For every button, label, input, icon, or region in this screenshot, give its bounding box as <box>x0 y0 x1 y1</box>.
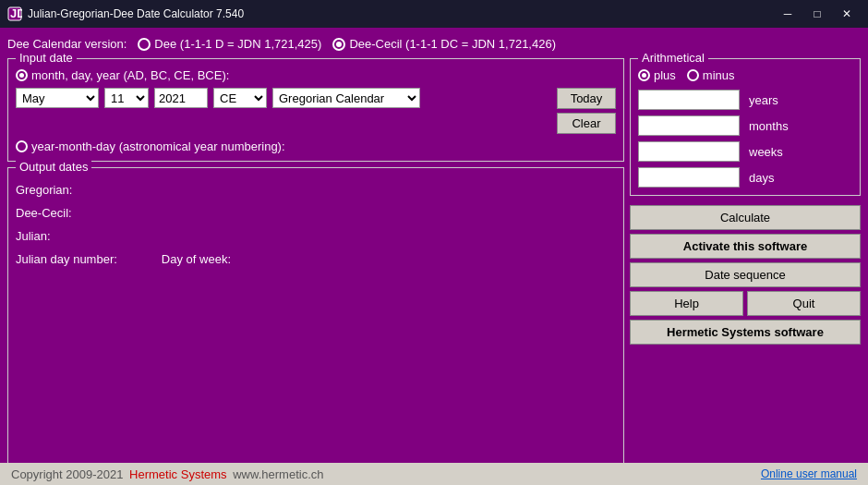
arith-header: plus minus <box>638 68 852 82</box>
days-input[interactable] <box>638 167 740 188</box>
jdn-group: Julian day number: <box>16 252 125 266</box>
weeks-input[interactable] <box>638 141 740 162</box>
left-col: Input date month, day, year (AD, BC, CE,… <box>7 58 624 478</box>
calculate-button[interactable]: Calculate <box>630 205 861 230</box>
years-label: years <box>749 93 852 107</box>
arith-panel-label: Arithmetical <box>638 51 708 65</box>
app-wrapper: JD Julian-Gregorian-Dee Date Calculator … <box>0 0 868 485</box>
calendar-select[interactable]: Gregorian Calendar Julian Calendar Dee C… <box>272 88 420 108</box>
help-quit-row: Help Quit <box>630 291 861 316</box>
dee-option2[interactable]: Dee-Cecil (1-1-1 DC = JDN 1,721,426) <box>332 37 556 51</box>
jdn-label: Julian day number: <box>16 252 117 266</box>
plus-radio[interactable] <box>638 69 650 81</box>
app-icon: JD <box>7 6 22 21</box>
dee-option2-label: Dee-Cecil (1-1-1 DC = JDN 1,721,426) <box>349 37 556 51</box>
arith-grid: years months weeks days <box>638 90 852 188</box>
month-select[interactable]: May JanuaryFebruaryMarchApril JuneJulyAu… <box>16 88 99 108</box>
ymd-label: year-month-day (astronomical year number… <box>31 139 285 153</box>
dee-radio2[interactable] <box>332 38 345 51</box>
month-day-year-row: month, day, year (AD, BC, CE, BCE): <box>16 68 616 82</box>
plus-option[interactable]: plus <box>638 68 676 82</box>
era-select[interactable]: CEADBCBCE <box>213 88 267 108</box>
months-label: months <box>749 119 852 133</box>
footer: Copyright 2009-2021 Hermetic Systems www… <box>0 463 868 485</box>
close-button[interactable]: ✕ <box>833 5 861 23</box>
dow-label: Day of week: <box>162 252 231 266</box>
content-row: Input date month, day, year (AD, BC, CE,… <box>7 58 861 478</box>
gregorian-row: Gregorian: <box>16 183 616 197</box>
ymd-radio-option[interactable]: year-month-day (astronomical year number… <box>16 139 285 153</box>
dee-cecil-row: Dee-Cecil: <box>16 206 616 220</box>
date-inputs-row: May JanuaryFebruaryMarchApril JuneJulyAu… <box>16 88 616 134</box>
year-input[interactable] <box>154 88 208 108</box>
dee-calendar-label: Dee Calendar version: <box>7 37 127 51</box>
julian-row: Julian: <box>16 229 616 243</box>
titlebar: JD Julian-Gregorian-Dee Date Calculator … <box>0 0 868 28</box>
output-dates-panel: Output dates Gregorian: Dee-Cecil: Julia… <box>7 167 624 478</box>
manual-link[interactable]: Online user manual <box>761 467 857 480</box>
weeks-label: weeks <box>749 145 852 159</box>
mdy-label: month, day, year (AD, BC, CE, BCE): <box>31 68 229 82</box>
minus-option[interactable]: minus <box>687 68 735 82</box>
website-text: www.hermetic.ch <box>233 467 323 481</box>
days-label: days <box>749 171 852 185</box>
output-dates-panel-label: Output dates <box>16 160 91 174</box>
dee-calendar-row: Dee Calendar version: Dee (1-1-1 D = JDN… <box>7 35 861 53</box>
quit-button[interactable]: Quit <box>747 291 861 316</box>
mdy-radio-option[interactable]: month, day, year (AD, BC, CE, BCE): <box>16 68 229 82</box>
minus-radio[interactable] <box>687 69 699 81</box>
dee-cecil-label: Dee-Cecil: <box>16 206 72 220</box>
right-col: Arithmetical plus minus <box>630 58 861 478</box>
dee-radio1[interactable] <box>138 38 151 51</box>
years-input[interactable] <box>638 90 740 110</box>
minimize-button[interactable]: ─ <box>774 5 802 23</box>
window-title: Julian-Gregorian-Dee Date Calculator 7.5… <box>28 7 774 20</box>
window-controls: ─ □ ✕ <box>774 5 861 23</box>
gregorian-label: Gregorian: <box>16 183 72 197</box>
minus-label: minus <box>703 68 735 82</box>
jdn-dow-row: Julian day number: Day of week: <box>16 252 616 266</box>
mdy-radio[interactable] <box>16 69 28 81</box>
dee-option1-label: Dee (1-1-1 D = JDN 1,721,425) <box>154 37 321 51</box>
julian-label: Julian: <box>16 229 51 243</box>
arithmetical-panel: Arithmetical plus minus <box>630 58 861 196</box>
clear-button[interactable]: Clear <box>557 113 616 134</box>
today-button[interactable]: Today <box>557 88 616 109</box>
main-area: Dee Calendar version: Dee (1-1-1 D = JDN… <box>0 28 868 485</box>
activate-button[interactable]: Activate this software <box>630 234 861 259</box>
maximize-button[interactable]: □ <box>803 5 831 23</box>
svg-text:JD: JD <box>10 6 22 20</box>
right-buttons: Calculate Activate this software Date se… <box>630 205 861 345</box>
input-date-panel: Input date month, day, year (AD, BC, CE,… <box>7 58 624 162</box>
date-sequence-button[interactable]: Date sequence <box>630 262 861 287</box>
plus-label: plus <box>654 68 676 82</box>
hermetic-link[interactable]: Hermetic Systems <box>129 467 226 481</box>
dee-option1[interactable]: Dee (1-1-1 D = JDN 1,721,425) <box>138 37 321 51</box>
months-input[interactable] <box>638 115 740 136</box>
help-button[interactable]: Help <box>630 291 743 316</box>
dow-group: Day of week: <box>162 252 238 266</box>
today-clear-col: Today Clear <box>557 88 616 134</box>
ymd-row: year-month-day (astronomical year number… <box>16 139 616 153</box>
day-select[interactable]: 11 12345 678910 12131415 <box>104 88 149 108</box>
hermetic-button[interactable]: Hermetic Systems software <box>630 320 861 345</box>
input-date-panel-label: Input date <box>16 51 77 65</box>
copyright-label: Copyright 2009-2021 <box>11 467 123 481</box>
ymd-radio[interactable] <box>16 140 28 152</box>
copyright-text: Copyright 2009-2021 Hermetic Systems www… <box>11 467 323 481</box>
